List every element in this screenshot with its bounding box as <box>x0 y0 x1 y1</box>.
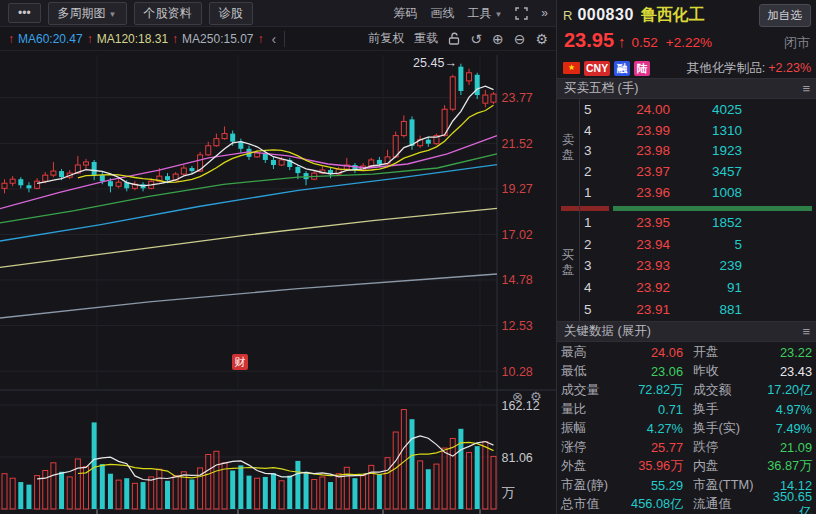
price-change: 0.52 <box>632 35 658 50</box>
price: 23.95 <box>606 215 670 230</box>
stat-value: 4.27% <box>621 421 683 436</box>
svg-text:23.77: 23.77 <box>502 91 533 105</box>
undo-icon[interactable]: ↺ <box>470 32 482 46</box>
volume: 1310 <box>670 123 742 138</box>
price-change-pct: +2.22% <box>666 35 712 50</box>
stat-value: 0.71 <box>621 402 683 417</box>
reload-button[interactable]: 重载 <box>414 30 438 47</box>
stat-label: 昨收 <box>693 363 767 380</box>
buy-rows: 123.951852223.945323.93239423.9291523.91… <box>557 212 816 320</box>
finance-event-marker[interactable]: 财 <box>232 354 248 370</box>
add-watchlist-button[interactable]: 加自选 <box>759 4 812 27</box>
current-price: 23.95 <box>564 29 614 52</box>
sell-row-1[interactable]: 123.961008 <box>557 182 816 203</box>
svg-text:14.78: 14.78 <box>502 273 533 287</box>
price: 23.99 <box>606 123 670 138</box>
ma120-label: MA120:18.31 <box>97 32 168 46</box>
keydata-rows: 最高24.06开盘23.22最低23.06昨收23.43成交量72.82万成交额… <box>557 343 816 514</box>
stock-info-button[interactable]: 个股资料 <box>134 2 202 25</box>
keydata-row: 成交量72.82万成交额17.20亿 <box>557 381 816 400</box>
volume: 91 <box>670 280 742 295</box>
volume: 5 <box>670 237 742 252</box>
price: 24.00 <box>606 102 670 117</box>
collapse-panel-icon[interactable]: » <box>541 6 548 20</box>
unlock-icon[interactable] <box>448 32 460 45</box>
keydata-row: 量比0.71换手4.97% <box>557 400 816 419</box>
level: 1 <box>584 185 606 200</box>
tools-button[interactable]: 工具▼ <box>467 5 502 22</box>
buy-row-5[interactable]: 523.91881 <box>557 298 816 320</box>
stat-value: 4.97% <box>767 402 812 417</box>
fullscreen-icon[interactable] <box>515 7 528 20</box>
orderbook-header[interactable]: 买卖五档 (手) ≡ <box>557 78 816 99</box>
sell-rows: 524.004025423.991310323.981923223.973457… <box>557 99 816 203</box>
volume: 239 <box>670 258 742 273</box>
kline-chart[interactable]: 23.7721.5219.2717.0214.7812.5310.28162.1… <box>0 0 556 514</box>
sell-row-4[interactable]: 423.991310 <box>557 120 816 141</box>
stat-label: 成交量 <box>561 382 621 399</box>
app-root: 23.7721.5219.2717.0214.7812.5310.28162.1… <box>0 0 816 514</box>
trend-up-icon: ↑ <box>87 32 93 46</box>
close-pane-icon[interactable]: ⊗ <box>512 389 523 404</box>
orderbook-divider <box>579 99 580 321</box>
sector-link[interactable]: 其他化学制品:+2.23% <box>687 60 811 77</box>
stat-value: 456.08亿 <box>621 496 683 513</box>
stat-label: 市盈(静) <box>561 477 621 494</box>
svg-text:10.28: 10.28 <box>502 365 533 379</box>
volume: 3457 <box>670 164 742 179</box>
forward-adjust-button[interactable]: 前复权 <box>368 30 404 47</box>
stat-label: 涨停 <box>561 439 621 456</box>
level: 4 <box>584 280 606 295</box>
scroll-left-icon[interactable]: ‹ <box>272 31 277 47</box>
level: 5 <box>584 102 606 117</box>
settings-gear-icon[interactable]: ⚙ <box>535 32 548 46</box>
stat-label: 开盘 <box>693 344 767 361</box>
buy-row-4[interactable]: 423.9291 <box>557 277 816 299</box>
keydata-header[interactable]: 关键数据 (展开) ≡ <box>557 321 816 342</box>
mainland-connect-badge: 陆 <box>634 61 650 76</box>
stat-label: 内盘 <box>693 458 767 475</box>
more-button[interactable]: ••• <box>8 3 41 23</box>
market-status: 闭市 <box>784 34 810 52</box>
keydata-row: 外盘35.96万内盘36.87万 <box>557 457 816 476</box>
stat-value: 55.29 <box>621 478 683 493</box>
buy-row-2[interactable]: 223.945 <box>557 234 816 256</box>
chips-button[interactable]: 筹码 <box>393 5 417 22</box>
zoom-out-icon[interactable]: ⊖ <box>514 32 526 46</box>
svg-text:21.52: 21.52 <box>502 137 533 151</box>
level: 2 <box>584 237 606 252</box>
price: 23.96 <box>606 185 670 200</box>
buy-row-3[interactable]: 323.93239 <box>557 255 816 277</box>
sector-change: +2.23% <box>768 61 811 75</box>
chart-toolbar: ••• 多周期图▼ 个股资料 诊股 筹码 画线 工具▼ » <box>0 0 556 27</box>
sell-row-5[interactable]: 524.004025 <box>557 99 816 120</box>
pane-settings-gear-icon[interactable]: ⚙ <box>530 389 542 404</box>
menu-icon[interactable]: ≡ <box>802 81 810 96</box>
price-up-arrow-icon: ↑ <box>618 33 626 50</box>
stat-value: 350.65亿 <box>767 489 812 514</box>
volume: 4025 <box>670 102 742 117</box>
stat-label: 振幅 <box>561 420 621 437</box>
price: 23.91 <box>606 302 670 317</box>
chevron-down-icon: ▼ <box>494 10 502 19</box>
price-row: 23.95 ↑ 0.52 +2.22% 闭市 <box>557 29 816 55</box>
diagnose-button[interactable]: 诊股 <box>209 2 253 25</box>
draw-line-button[interactable]: 画线 <box>430 5 454 22</box>
ma-indicator-bar: ↑ MA60:20.47 ↑ MA120:18.31 ↑ MA250:15.07… <box>0 27 556 51</box>
stat-value: 23.43 <box>767 364 812 379</box>
menu-icon[interactable]: ≡ <box>802 324 810 339</box>
svg-text:12.53: 12.53 <box>502 319 533 333</box>
keydata-row: 总市值456.08亿流通值350.65亿 <box>557 495 816 514</box>
stat-value: 24.06 <box>621 345 683 360</box>
stat-label: 换手(实) <box>693 420 767 437</box>
stat-label: 量比 <box>561 401 621 418</box>
zoom-in-icon[interactable]: ⊕ <box>492 32 504 46</box>
trend-up-icon: ↑ <box>8 32 14 46</box>
volume: 1852 <box>670 215 742 230</box>
sell-row-2[interactable]: 223.973457 <box>557 161 816 182</box>
sell-row-3[interactable]: 323.981923 <box>557 141 816 162</box>
stock-name: 鲁西化工 <box>641 5 705 26</box>
buy-sell-strength-gauge <box>561 206 813 211</box>
multi-period-button[interactable]: 多周期图▼ <box>48 2 127 25</box>
buy-row-1[interactable]: 123.951852 <box>557 212 816 234</box>
